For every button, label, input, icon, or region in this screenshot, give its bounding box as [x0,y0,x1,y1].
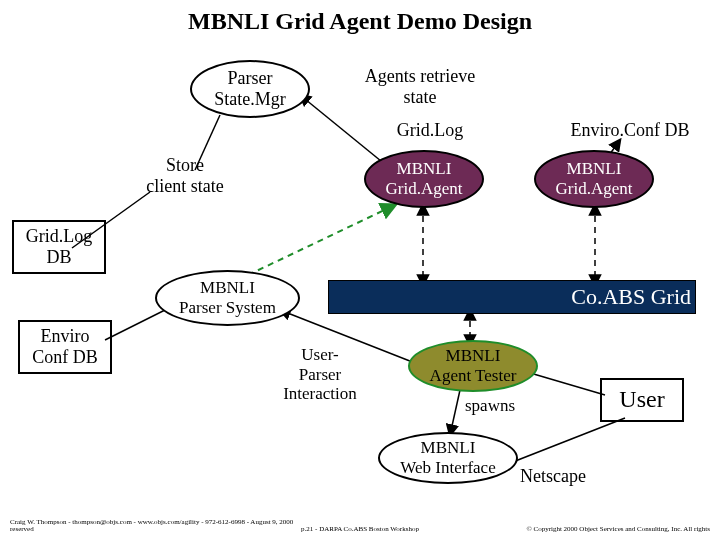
node-grid-agent-right: MBNLI Grid.Agent [534,150,654,208]
node-parser-system: MBNLI Parser System [155,270,300,326]
node-enviro-conf-db-left: Enviro Conf DB [18,320,112,374]
label-store-client-state: Store client state [130,155,240,196]
node-grid-agent-left: MBNLI Grid.Agent [364,150,484,208]
svg-line-12 [505,418,625,465]
node-parser-statemgr: Parser State.Mgr [190,60,310,118]
label-netscape: Netscape [520,466,620,487]
label-agents-retrieve-state: Agents retrieve state [345,66,495,107]
label-coabs-grid: Co.ABS Grid [571,284,691,310]
node-web-interface: MBNLI Web Interface [378,432,518,484]
label-user-parser-interaction: User- Parser Interaction [270,345,370,404]
node-coabs-grid-bar: Co.ABS Grid [328,280,696,314]
node-user: User [600,378,684,422]
footer-right: © Copyright 2000 Object Services and Con… [510,526,710,534]
label-gridlog: Grid.Log [380,120,480,141]
node-gridlog-db: Grid.Log DB [12,220,106,274]
label-enviroconf-db-top: Enviro.Conf DB [555,120,705,141]
svg-line-7 [248,205,395,275]
node-agent-tester: MBNLI Agent Tester [408,340,538,392]
node-parser-statemgr-label: Parser State.Mgr [214,68,286,109]
label-spawns: spawns [450,396,530,416]
page-title: MBNLI Grid Agent Demo Design [0,8,720,35]
